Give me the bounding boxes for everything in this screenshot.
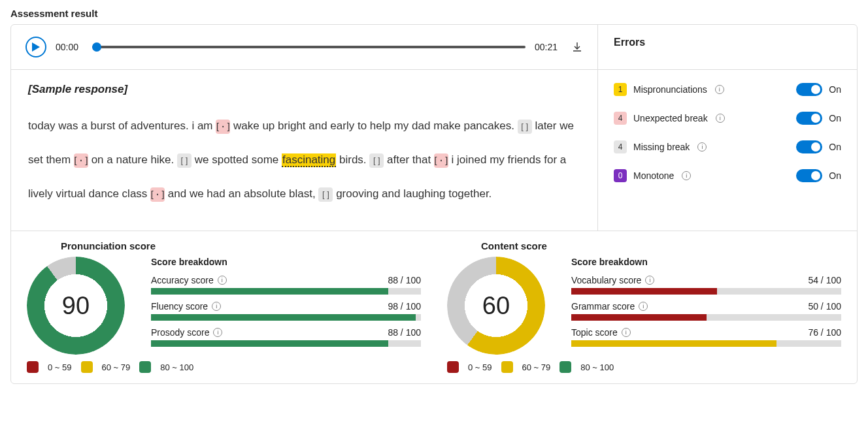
breakdown-row: Fluency scorei 98 / 100 bbox=[151, 301, 421, 321]
assessment-panel: 00:00 00:21 Errors [Sample response] tod… bbox=[10, 24, 858, 384]
breakdown-title: Score breakdown bbox=[151, 257, 421, 267]
score-legend: 0 ~ 59 60 ~ 79 80 ~ 100 bbox=[447, 361, 841, 373]
score-block: Pronunciation score 90 Score breakdown A… bbox=[27, 240, 421, 373]
error-label: Monotone bbox=[633, 170, 674, 181]
legend-label-low: 0 ~ 59 bbox=[468, 362, 492, 372]
breakdown-row: Topic scorei 76 / 100 bbox=[571, 327, 841, 347]
legend-swatch-low bbox=[27, 361, 39, 373]
error-item: 0 Monotone i On bbox=[614, 161, 841, 190]
error-toggle[interactable] bbox=[796, 112, 822, 125]
breakdown-label: Vocabulary scorei bbox=[571, 275, 654, 285]
unexpected-break-marker[interactable]: [·] bbox=[74, 153, 88, 168]
breakdown-label: Prosody scorei bbox=[151, 327, 222, 338]
play-icon bbox=[32, 42, 40, 52]
download-icon bbox=[571, 41, 583, 53]
legend-swatch-high bbox=[139, 361, 151, 373]
info-icon[interactable]: i bbox=[218, 276, 227, 285]
score-donut: 60 bbox=[447, 257, 545, 355]
svg-marker-0 bbox=[32, 42, 40, 52]
breakdown-value: 88 / 100 bbox=[388, 275, 421, 285]
breakdown-label: Grammar scorei bbox=[571, 301, 648, 312]
info-icon[interactable]: i bbox=[212, 302, 221, 311]
info-icon[interactable]: i bbox=[716, 114, 725, 123]
info-icon[interactable]: i bbox=[213, 328, 222, 337]
page-title: Assessment result bbox=[10, 8, 858, 19]
current-time: 00:00 bbox=[56, 42, 83, 52]
breakdown-title: Score breakdown bbox=[571, 257, 841, 267]
missing-break-marker[interactable]: [ ] bbox=[318, 187, 333, 202]
breakdown-bar bbox=[571, 340, 841, 347]
unexpected-break-marker[interactable]: [·] bbox=[216, 120, 230, 134]
info-icon[interactable]: i bbox=[715, 85, 724, 94]
toggle-state: On bbox=[829, 84, 841, 95]
score-title: Pronunciation score bbox=[61, 240, 421, 251]
error-label: Missing break bbox=[633, 142, 690, 152]
info-icon[interactable]: i bbox=[639, 302, 648, 311]
errors-list: 1 Mispronunciations i On 4 Unexpected br… bbox=[598, 70, 857, 231]
error-count-badge: 1 bbox=[614, 83, 627, 96]
breakdown-row: Grammar scorei 50 / 100 bbox=[571, 301, 841, 321]
transcript-text: today was a burst of adventures. i am [·… bbox=[28, 109, 580, 211]
breakdown-bar bbox=[151, 288, 421, 295]
error-toggle[interactable] bbox=[796, 140, 822, 153]
legend-label-mid: 60 ~ 79 bbox=[522, 362, 551, 372]
missing-break-marker[interactable]: [ ] bbox=[518, 120, 532, 134]
breakdown-value: 98 / 100 bbox=[388, 301, 421, 312]
mispronounced-word[interactable]: fascinating bbox=[282, 153, 336, 167]
score-value: 60 bbox=[447, 257, 545, 355]
info-icon[interactable]: i bbox=[682, 171, 691, 180]
error-label: Mispronunciations bbox=[633, 84, 707, 95]
legend-label-mid: 60 ~ 79 bbox=[102, 362, 131, 372]
error-item: 1 Mispronunciations i On bbox=[614, 75, 841, 104]
legend-swatch-high bbox=[559, 361, 571, 373]
audio-player: 00:00 00:21 bbox=[11, 25, 598, 69]
error-count-badge: 4 bbox=[614, 140, 627, 153]
unexpected-break-marker[interactable]: [·] bbox=[434, 153, 448, 168]
error-item: 4 Missing break i On bbox=[614, 133, 841, 161]
play-button[interactable] bbox=[25, 37, 46, 57]
missing-break-marker[interactable]: [ ] bbox=[369, 153, 384, 168]
error-toggle[interactable] bbox=[796, 83, 822, 96]
error-toggle[interactable] bbox=[796, 169, 822, 182]
breakdown-value: 88 / 100 bbox=[388, 327, 421, 338]
breakdown-label: Topic scorei bbox=[571, 327, 631, 338]
error-item: 4 Unexpected break i On bbox=[614, 104, 841, 133]
info-icon[interactable]: i bbox=[645, 276, 654, 285]
sample-response-label: [Sample response] bbox=[28, 83, 580, 96]
legend-label-high: 80 ~ 100 bbox=[580, 362, 614, 372]
legend-label-low: 0 ~ 59 bbox=[48, 362, 72, 372]
total-time: 00:21 bbox=[535, 42, 562, 52]
breakdown-bar bbox=[151, 340, 421, 347]
legend-swatch-mid bbox=[81, 361, 93, 373]
info-icon[interactable]: i bbox=[622, 328, 631, 337]
legend-label-high: 80 ~ 100 bbox=[160, 362, 193, 372]
error-label: Unexpected break bbox=[633, 113, 708, 123]
breakdown-bar bbox=[151, 314, 421, 321]
score-donut: 90 bbox=[27, 257, 125, 355]
score-legend: 0 ~ 59 60 ~ 79 80 ~ 100 bbox=[27, 361, 421, 373]
error-count-badge: 4 bbox=[614, 112, 627, 125]
score-block: Content score 60 Score breakdown Vocabul… bbox=[447, 240, 841, 373]
breakdown-value: 76 / 100 bbox=[808, 327, 841, 338]
breakdown-row: Vocabulary scorei 54 / 100 bbox=[571, 275, 841, 295]
error-count-badge: 0 bbox=[614, 169, 627, 182]
toggle-state: On bbox=[829, 142, 841, 152]
breakdown-bar bbox=[571, 288, 841, 295]
seek-slider[interactable] bbox=[92, 40, 526, 54]
breakdown-label: Accuracy scorei bbox=[151, 275, 227, 285]
breakdown-label: Fluency scorei bbox=[151, 301, 221, 312]
breakdown-row: Accuracy scorei 88 / 100 bbox=[151, 275, 421, 295]
missing-break-marker[interactable]: [ ] bbox=[177, 153, 192, 168]
unexpected-break-marker[interactable]: [·] bbox=[150, 187, 165, 202]
breakdown-row: Prosody scorei 88 / 100 bbox=[151, 327, 421, 347]
toggle-state: On bbox=[829, 113, 841, 123]
legend-swatch-mid bbox=[501, 361, 513, 373]
legend-swatch-low bbox=[447, 361, 459, 373]
breakdown-bar bbox=[571, 314, 841, 321]
breakdown-value: 50 / 100 bbox=[808, 301, 841, 312]
info-icon[interactable]: i bbox=[697, 142, 707, 152]
breakdown-value: 54 / 100 bbox=[808, 275, 841, 285]
score-title: Content score bbox=[481, 240, 841, 251]
download-button[interactable] bbox=[571, 41, 583, 53]
toggle-state: On bbox=[829, 170, 841, 181]
